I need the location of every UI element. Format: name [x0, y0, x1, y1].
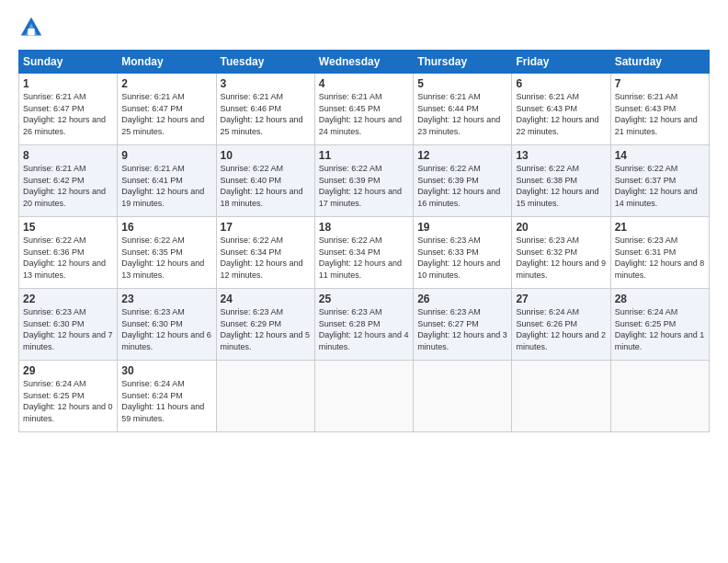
- day-info: Sunrise: 6:22 AMSunset: 6:34 PMDaylight:…: [319, 236, 402, 280]
- day-number: 15: [23, 221, 113, 234]
- col-saturday: Saturday: [610, 51, 709, 74]
- day-info: Sunrise: 6:23 AMSunset: 6:30 PMDaylight:…: [121, 307, 211, 351]
- day-info: Sunrise: 6:24 AMSunset: 6:24 PMDaylight:…: [121, 379, 204, 423]
- day-cell-17: 17 Sunrise: 6:22 AMSunset: 6:34 PMDaylig…: [216, 217, 314, 289]
- day-cell-16: 16 Sunrise: 6:22 AMSunset: 6:35 PMDaylig…: [118, 217, 216, 289]
- day-info: Sunrise: 6:24 AMSunset: 6:26 PMDaylight:…: [516, 307, 606, 351]
- day-info: Sunrise: 6:23 AMSunset: 6:33 PMDaylight:…: [417, 236, 500, 280]
- day-info: Sunrise: 6:21 AMSunset: 6:46 PMDaylight:…: [221, 92, 303, 136]
- day-cell-20: 20 Sunrise: 6:23 AMSunset: 6:32 PMDaylig…: [512, 217, 610, 289]
- day-cell-8: 8 Sunrise: 6:21 AMSunset: 6:42 PMDayligh…: [19, 145, 118, 217]
- day-cell-12: 12 Sunrise: 6:22 AMSunset: 6:39 PMDaylig…: [414, 145, 512, 217]
- col-friday: Friday: [512, 51, 610, 74]
- day-info: Sunrise: 6:22 AMSunset: 6:40 PMDaylight:…: [221, 164, 303, 208]
- day-info: Sunrise: 6:23 AMSunset: 6:32 PMDaylight:…: [516, 236, 606, 280]
- day-cell-4: 4 Sunrise: 6:21 AMSunset: 6:45 PMDayligh…: [314, 74, 413, 145]
- day-cell-10: 10 Sunrise: 6:22 AMSunset: 6:40 PMDaylig…: [216, 145, 314, 217]
- day-info: Sunrise: 6:21 AMSunset: 6:45 PMDaylight:…: [319, 92, 402, 136]
- calendar-table: Sunday Monday Tuesday Wednesday Thursday…: [18, 50, 710, 432]
- day-cell-15: 15 Sunrise: 6:22 AMSunset: 6:36 PMDaylig…: [19, 217, 118, 289]
- day-cell-3: 3 Sunrise: 6:21 AMSunset: 6:46 PMDayligh…: [216, 74, 314, 145]
- empty-cell: [512, 361, 610, 432]
- day-number: 30: [121, 364, 211, 377]
- day-cell-28: 28 Sunrise: 6:24 AMSunset: 6:25 PMDaylig…: [610, 289, 709, 361]
- day-info: Sunrise: 6:21 AMSunset: 6:43 PMDaylight:…: [516, 92, 598, 136]
- day-info: Sunrise: 6:22 AMSunset: 6:39 PMDaylight:…: [319, 164, 402, 208]
- calendar-row-2: 15 Sunrise: 6:22 AMSunset: 6:36 PMDaylig…: [19, 217, 710, 289]
- day-info: Sunrise: 6:22 AMSunset: 6:37 PMDaylight:…: [615, 164, 698, 208]
- day-cell-21: 21 Sunrise: 6:23 AMSunset: 6:31 PMDaylig…: [610, 217, 709, 289]
- day-cell-7: 7 Sunrise: 6:21 AMSunset: 6:43 PMDayligh…: [610, 74, 709, 145]
- day-number: 9: [121, 149, 211, 162]
- day-info: Sunrise: 6:21 AMSunset: 6:41 PMDaylight:…: [121, 164, 204, 208]
- day-info: Sunrise: 6:21 AMSunset: 6:44 PMDaylight:…: [417, 92, 500, 136]
- day-cell-5: 5 Sunrise: 6:21 AMSunset: 6:44 PMDayligh…: [414, 74, 512, 145]
- day-info: Sunrise: 6:21 AMSunset: 6:47 PMDaylight:…: [121, 92, 204, 136]
- day-info: Sunrise: 6:23 AMSunset: 6:31 PMDaylight:…: [615, 236, 705, 280]
- day-info: Sunrise: 6:21 AMSunset: 6:42 PMDaylight:…: [23, 164, 106, 208]
- day-number: 7: [615, 77, 705, 90]
- day-number: 24: [221, 293, 311, 305]
- calendar-row-3: 22 Sunrise: 6:23 AMSunset: 6:30 PMDaylig…: [19, 289, 710, 361]
- day-cell-26: 26 Sunrise: 6:23 AMSunset: 6:27 PMDaylig…: [414, 289, 512, 361]
- page-header: [18, 15, 710, 40]
- day-number: 4: [319, 77, 409, 90]
- day-number: 2: [121, 77, 211, 90]
- day-info: Sunrise: 6:22 AMSunset: 6:39 PMDaylight:…: [417, 164, 500, 208]
- day-cell-30: 30 Sunrise: 6:24 AMSunset: 6:24 PMDaylig…: [118, 361, 216, 432]
- day-number: 22: [23, 293, 113, 305]
- day-cell-9: 9 Sunrise: 6:21 AMSunset: 6:41 PMDayligh…: [118, 145, 216, 217]
- day-cell-13: 13 Sunrise: 6:22 AMSunset: 6:38 PMDaylig…: [512, 145, 610, 217]
- day-info: Sunrise: 6:23 AMSunset: 6:30 PMDaylight:…: [23, 307, 113, 351]
- day-number: 6: [516, 77, 606, 90]
- day-number: 25: [319, 293, 409, 305]
- day-cell-29: 29 Sunrise: 6:24 AMSunset: 6:25 PMDaylig…: [19, 361, 118, 432]
- day-number: 28: [615, 293, 705, 305]
- day-info: Sunrise: 6:22 AMSunset: 6:35 PMDaylight:…: [121, 236, 204, 280]
- logo-icon: [18, 15, 44, 40]
- day-number: 10: [221, 149, 311, 162]
- calendar-page: Sunday Monday Tuesday Wednesday Thursday…: [0, 0, 728, 563]
- day-cell-25: 25 Sunrise: 6:23 AMSunset: 6:28 PMDaylig…: [314, 289, 413, 361]
- col-tuesday: Tuesday: [216, 51, 314, 74]
- col-thursday: Thursday: [414, 51, 512, 74]
- day-number: 14: [615, 149, 705, 162]
- col-wednesday: Wednesday: [314, 51, 413, 74]
- calendar-row-0: 1 Sunrise: 6:21 AMSunset: 6:47 PMDayligh…: [19, 74, 710, 145]
- day-number: 21: [615, 221, 705, 234]
- day-info: Sunrise: 6:21 AMSunset: 6:47 PMDaylight:…: [23, 92, 106, 136]
- day-cell-14: 14 Sunrise: 6:22 AMSunset: 6:37 PMDaylig…: [610, 145, 709, 217]
- day-cell-11: 11 Sunrise: 6:22 AMSunset: 6:39 PMDaylig…: [314, 145, 413, 217]
- day-info: Sunrise: 6:24 AMSunset: 6:25 PMDaylight:…: [615, 307, 705, 351]
- day-number: 18: [319, 221, 409, 234]
- day-cell-2: 2 Sunrise: 6:21 AMSunset: 6:47 PMDayligh…: [118, 74, 216, 145]
- calendar-row-1: 8 Sunrise: 6:21 AMSunset: 6:42 PMDayligh…: [19, 145, 710, 217]
- day-cell-6: 6 Sunrise: 6:21 AMSunset: 6:43 PMDayligh…: [512, 74, 610, 145]
- day-info: Sunrise: 6:22 AMSunset: 6:34 PMDaylight:…: [221, 236, 303, 280]
- day-cell-19: 19 Sunrise: 6:23 AMSunset: 6:33 PMDaylig…: [414, 217, 512, 289]
- empty-cell: [314, 361, 413, 432]
- day-number: 29: [23, 364, 113, 377]
- day-number: 13: [516, 149, 606, 162]
- day-number: 26: [417, 293, 507, 305]
- day-number: 17: [221, 221, 311, 234]
- day-number: 27: [516, 293, 606, 305]
- day-number: 8: [23, 149, 113, 162]
- day-number: 1: [23, 77, 113, 90]
- empty-cell: [610, 361, 709, 432]
- day-cell-27: 27 Sunrise: 6:24 AMSunset: 6:26 PMDaylig…: [512, 289, 610, 361]
- col-monday: Monday: [118, 51, 216, 74]
- empty-cell: [414, 361, 512, 432]
- day-info: Sunrise: 6:22 AMSunset: 6:38 PMDaylight:…: [516, 164, 598, 208]
- svg-rect-2: [28, 29, 34, 35]
- day-cell-23: 23 Sunrise: 6:23 AMSunset: 6:30 PMDaylig…: [118, 289, 216, 361]
- col-sunday: Sunday: [19, 51, 118, 74]
- empty-cell: [216, 361, 314, 432]
- day-cell-18: 18 Sunrise: 6:22 AMSunset: 6:34 PMDaylig…: [314, 217, 413, 289]
- day-cell-24: 24 Sunrise: 6:23 AMSunset: 6:29 PMDaylig…: [216, 289, 314, 361]
- day-number: 23: [121, 293, 211, 305]
- day-number: 12: [417, 149, 507, 162]
- header-row: Sunday Monday Tuesday Wednesday Thursday…: [19, 51, 710, 74]
- day-number: 20: [516, 221, 606, 234]
- calendar-row-4: 29 Sunrise: 6:24 AMSunset: 6:25 PMDaylig…: [19, 361, 710, 432]
